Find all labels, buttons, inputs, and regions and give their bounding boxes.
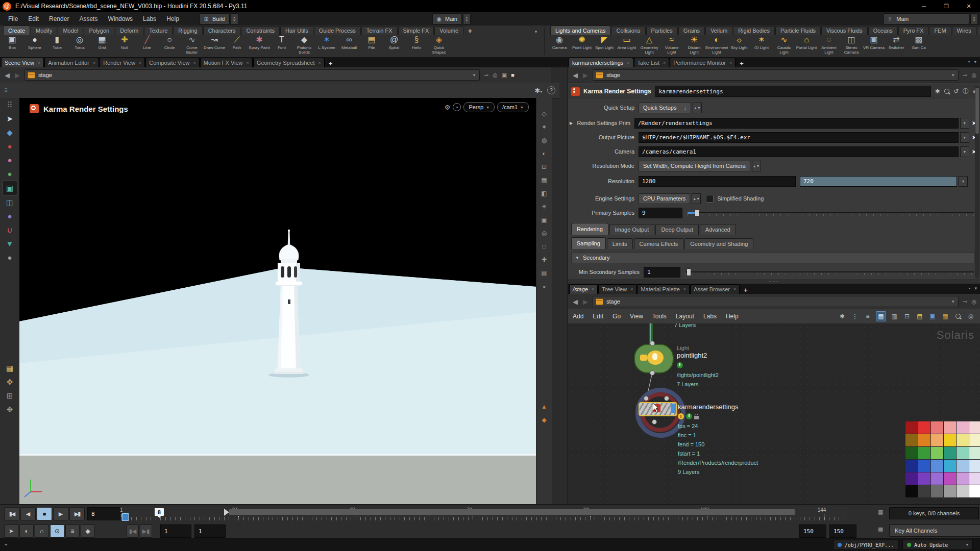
alert-icon-1[interactable]: ◆ [538, 413, 550, 427]
shelf-tab-volume[interactable]: Volume [434, 26, 463, 35]
display-toggle-icon-4[interactable]: ⊡ [538, 160, 550, 173]
camera-field[interactable]: /cameras/camera1 [639, 146, 959, 157]
toolbar-grip-icon[interactable]: ⠿ [4, 88, 8, 93]
subtab-geometry-and-shading[interactable]: Geometry and Shading [684, 238, 753, 249]
shelf-tab-model[interactable]: Model [58, 26, 83, 35]
network-path-field[interactable]: stage ▼ [593, 296, 959, 307]
gray-sphere-tool-icon[interactable]: ● [3, 251, 17, 264]
pointlight2-name[interactable]: pointlight2 [677, 352, 707, 359]
shelf-tool-torus[interactable]: ◎Torus [68, 35, 91, 57]
color-palette[interactable] [905, 421, 980, 497]
shelf-tool-geometry-light[interactable]: △Geometry Light [638, 35, 660, 57]
shelf-tool-distant-light[interactable]: ☀Distant Light [683, 35, 705, 57]
shelf-tool-line[interactable]: ╱Line [136, 35, 158, 57]
shelf-tool-camera[interactable]: ◉Camera [548, 35, 571, 57]
select-tool-icon[interactable]: ➤ [3, 112, 17, 126]
netmenu-layout[interactable]: Layout [671, 313, 699, 320]
subtab-camera-effects[interactable]: Camera Effects [634, 238, 684, 249]
translate-tool-icon[interactable]: ● [3, 139, 17, 153]
close-tab-icon[interactable]: × [729, 60, 732, 65]
jump-start-button[interactable]: ▮◀ [4, 507, 19, 520]
add-pane-tab[interactable]: + [736, 60, 747, 67]
grip-handle-icon[interactable]: ⠿ [3, 98, 17, 112]
play-reverse-button[interactable]: ◀ [20, 507, 36, 520]
palette-swatch-3-5[interactable] [969, 460, 980, 472]
display-toggle-icon-10[interactable]: □ [538, 240, 550, 253]
menu-edit[interactable]: Edit [23, 15, 44, 22]
simplified-shading-checkbox[interactable] [706, 195, 714, 203]
netmenu-labs[interactable]: Labs [699, 313, 721, 320]
netmenu-tools[interactable]: Tools [648, 313, 671, 320]
dopesheet-icon[interactable]: ≡ [65, 524, 80, 538]
menu-labs[interactable]: Labs [138, 15, 161, 22]
shelf-tool-box[interactable]: ▣Box [1, 35, 23, 57]
param-info-icon[interactable]: ⓘ [963, 87, 969, 96]
minsec-slider[interactable] [685, 268, 974, 276]
display-toggle-icon-8[interactable]: ▣ [538, 213, 550, 227]
pane-tab--stage[interactable]: /stage× [569, 284, 598, 294]
shelf-tab-modify[interactable]: Modify [31, 26, 57, 35]
shelf-tool-font[interactable]: TFont [271, 35, 293, 57]
range-start-marker[interactable] [122, 513, 129, 521]
engine-stepper[interactable]: ▲▼ [692, 193, 701, 204]
tab-deep-output[interactable]: Deep Output [655, 224, 698, 235]
grid-view-active-icon[interactable]: ▦ [876, 311, 886, 321]
palette-swatch-3-3[interactable] [944, 460, 956, 472]
palette-swatch-2-0[interactable] [905, 447, 918, 459]
pane-tab-material-palette[interactable]: Material Palette× [637, 284, 690, 294]
close-tab-icon[interactable]: × [193, 60, 195, 65]
pointlight2-clock-badge[interactable] [677, 362, 683, 368]
palette-swatch-2-3[interactable] [944, 447, 956, 459]
jump-end-button[interactable]: ▶▮ [69, 507, 85, 520]
audio-toggle-icon[interactable]: ◐ [19, 524, 34, 538]
range-jump-start[interactable]: ▮◀ [127, 524, 139, 538]
key-all-channels-button[interactable]: Key All Channels [889, 524, 980, 537]
pane-tab-motion-fx-view[interactable]: Motion FX View× [200, 58, 253, 67]
add-pane-tab[interactable]: + [325, 60, 336, 67]
range-jump-end[interactable]: ▶▮ [140, 524, 152, 538]
shelf-tab-vellum[interactable]: Vellum [705, 26, 732, 35]
overview-icon[interactable]: ◎ [966, 312, 975, 321]
shelf-tab-simple-fx[interactable]: Simple FX [398, 26, 434, 35]
camera-lock-icon[interactable]: ▪ [453, 103, 461, 111]
warning-badge[interactable]: ! [678, 413, 684, 419]
menu-assets[interactable]: Assets [74, 15, 103, 22]
back-icon[interactable]: ◀ [2, 71, 12, 79]
display-toggle-icon-12[interactable]: ▤ [538, 266, 550, 280]
view-tool-icon[interactable]: ◫ [3, 195, 17, 209]
pane-tab-asset-browser[interactable]: Asset Browser× [690, 284, 740, 294]
param-pin-icon[interactable]: ⊸ [961, 72, 969, 79]
palette-swatch-2-2[interactable] [931, 447, 943, 459]
shelf-tool-grid[interactable]: ▦Grid [91, 35, 113, 57]
palette-swatch-0-4[interactable] [957, 421, 969, 434]
shelf-tool-l-system[interactable]: ✶L-System [315, 35, 338, 57]
palette-swatch-3-2[interactable] [931, 460, 943, 472]
palette-swatch-1-1[interactable] [918, 434, 930, 446]
pane-tab-render-view[interactable]: Render View× [100, 58, 145, 67]
param-back-icon[interactable]: ◀ [570, 71, 580, 79]
karma-input-dot[interactable] [644, 396, 649, 401]
netmenu-add[interactable]: Add [568, 313, 588, 320]
shelf-tab-collisions[interactable]: Collisions [611, 26, 645, 35]
pointlight2-output-dot[interactable] [650, 370, 655, 375]
resolution-dropdown[interactable]: ▼ [959, 176, 968, 187]
palette-swatch-0-3[interactable] [944, 421, 956, 434]
shelf-tab-constraints[interactable]: Constraints [241, 26, 280, 35]
stop-button[interactable]: ■ [37, 507, 52, 520]
target-icon[interactable]: ◎ [491, 72, 500, 79]
shelf-tool-curve-bezier[interactable]: ∿Curve Bezier [181, 35, 203, 57]
list-icon[interactable]: ≡ [863, 312, 872, 321]
range-end-field[interactable]: 150 [829, 524, 856, 538]
display-toggle-icon-11[interactable]: ✚ [538, 253, 550, 266]
pane-tab-geometry-spreadsheet[interactable]: Geometry Spreadsheet× [253, 58, 325, 67]
shelf-tool-stereo-camera[interactable]: ◫Stereo Camera [840, 35, 863, 57]
param-search-icon[interactable] [944, 89, 949, 94]
palette-swatch-1-4[interactable] [957, 434, 969, 446]
palette-swatch-1-2[interactable] [931, 434, 943, 446]
snap-grid-tool-icon[interactable]: ▦ [3, 361, 17, 375]
palette-swatch-5-2[interactable] [931, 485, 943, 497]
motion-profile-icon[interactable]: ∩ [35, 524, 49, 538]
shelf-tab-grains[interactable]: Grains [678, 26, 705, 35]
palette-swatch-5-0[interactable] [905, 485, 918, 497]
karma-node-name[interactable]: karmarendersettings [678, 403, 739, 411]
